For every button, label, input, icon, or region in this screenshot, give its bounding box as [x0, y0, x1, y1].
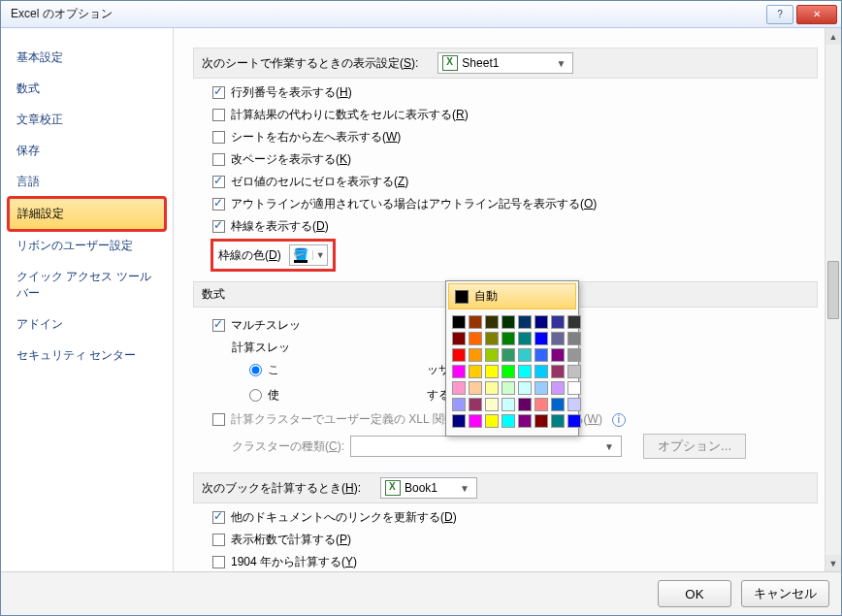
color-swatch[interactable]	[534, 348, 548, 362]
cancel-button[interactable]: キャンセル	[741, 580, 829, 607]
color-swatch[interactable]	[469, 365, 482, 378]
color-swatch[interactable]	[518, 365, 532, 378]
color-swatch[interactable]	[502, 365, 515, 378]
check-update-links: 他のドキュメントへのリンクを更新する(D)	[212, 509, 818, 526]
label: 1904 年から計算する(Y)	[231, 554, 357, 570]
check-1904-box[interactable]	[212, 556, 225, 568]
color-swatch[interactable]	[567, 381, 581, 395]
color-swatch[interactable]	[518, 398, 532, 411]
color-swatch[interactable]	[551, 414, 565, 428]
check-row-headings-box[interactable]	[212, 86, 225, 99]
color-swatch[interactable]	[502, 315, 515, 329]
gridline-color-button[interactable]: 🪣 ▼	[289, 244, 328, 266]
sheet-select[interactable]: Sheet1 ▼	[437, 52, 573, 74]
check-update-links-box[interactable]	[212, 511, 225, 524]
color-swatch[interactable]	[502, 381, 515, 395]
scroll-up-icon[interactable]: ▲	[826, 28, 841, 45]
cluster-type-label: クラスターの種類(C):	[232, 438, 344, 455]
help-button[interactable]: ?	[766, 5, 793, 24]
color-swatch[interactable]	[469, 315, 482, 329]
color-swatch[interactable]	[452, 398, 466, 411]
ok-button[interactable]: OK	[658, 580, 731, 607]
color-swatch[interactable]	[485, 348, 499, 362]
color-swatch[interactable]	[518, 315, 532, 329]
color-swatch[interactable]	[551, 398, 565, 411]
color-swatch[interactable]	[452, 414, 466, 428]
sidebar-item-basic[interactable]: 基本設定	[9, 43, 165, 73]
check-row-formulas: 計算結果の代わりに数式をセルに表示する(R)	[212, 107, 818, 123]
color-swatch[interactable]	[502, 348, 515, 362]
check-row-pagebreaks-box[interactable]	[212, 153, 225, 166]
color-swatch[interactable]	[534, 381, 548, 395]
color-swatch[interactable]	[469, 381, 482, 395]
color-swatch[interactable]	[567, 315, 581, 329]
color-swatch[interactable]	[452, 332, 466, 345]
check-precision-box[interactable]	[212, 534, 225, 546]
color-swatch[interactable]	[518, 381, 532, 395]
color-swatch[interactable]	[551, 381, 565, 395]
color-swatch[interactable]	[551, 332, 565, 345]
sidebar-item-trust[interactable]: セキュリティ センター	[9, 340, 165, 371]
color-swatch[interactable]	[485, 381, 499, 395]
scroll-down-icon[interactable]: ▼	[826, 555, 841, 571]
color-swatch[interactable]	[534, 332, 548, 345]
color-swatch[interactable]	[469, 348, 482, 362]
color-swatch[interactable]	[452, 315, 466, 329]
color-swatch[interactable]	[551, 348, 565, 362]
color-swatch[interactable]	[534, 365, 548, 378]
color-swatch[interactable]	[518, 348, 532, 362]
sidebar-item-language[interactable]: 言語	[9, 167, 165, 197]
color-swatch[interactable]	[485, 414, 499, 428]
color-swatch[interactable]	[534, 414, 548, 428]
color-swatch[interactable]	[551, 365, 565, 378]
color-swatch[interactable]	[469, 414, 482, 428]
color-swatch[interactable]	[485, 315, 499, 329]
check-row-rtl-box[interactable]	[212, 131, 225, 144]
check-row-gridlines-box[interactable]	[212, 220, 225, 233]
color-swatch[interactable]	[485, 365, 499, 378]
color-swatch[interactable]	[502, 414, 515, 428]
radio-manual-count[interactable]	[249, 389, 262, 402]
color-swatch[interactable]	[534, 315, 548, 329]
color-auto-row[interactable]: 自動	[448, 283, 576, 309]
color-swatch[interactable]	[551, 315, 565, 329]
sidebar-item-formula[interactable]: 数式	[9, 74, 165, 104]
scroll-thumb[interactable]	[827, 261, 839, 319]
color-swatch[interactable]	[502, 332, 515, 345]
multithread-check[interactable]	[212, 319, 225, 332]
color-swatch[interactable]	[567, 414, 581, 428]
color-swatch[interactable]	[452, 348, 466, 362]
color-swatch[interactable]	[518, 414, 532, 428]
sidebar-item-ribbon[interactable]: リボンのユーザー設定	[9, 231, 165, 261]
color-swatch[interactable]	[469, 398, 482, 411]
color-swatch[interactable]	[567, 365, 581, 378]
sidebar-item-qat[interactable]: クイック アクセス ツール バー	[9, 262, 165, 308]
t: )	[465, 108, 469, 121]
color-swatch[interactable]	[534, 398, 548, 411]
color-swatch[interactable]	[502, 398, 515, 411]
color-swatch[interactable]	[485, 332, 499, 345]
color-swatch[interactable]	[485, 398, 499, 411]
check-row-outline-box[interactable]	[212, 198, 225, 211]
color-swatch[interactable]	[469, 332, 482, 345]
color-swatch[interactable]	[567, 398, 581, 411]
label: 計算結果の代わりに数式をセルに表示する(R)	[231, 107, 469, 123]
check-row-formulas-box[interactable]	[212, 109, 225, 121]
sidebar-item-proofing[interactable]: 文章校正	[9, 105, 165, 135]
color-swatch[interactable]	[452, 365, 466, 378]
color-swatch[interactable]	[567, 348, 581, 362]
color-swatch[interactable]	[567, 332, 581, 345]
color-swatch[interactable]	[518, 332, 532, 345]
sidebar-item-save[interactable]: 保存	[9, 136, 165, 166]
check-row-zeros-box[interactable]	[212, 176, 225, 188]
info-icon[interactable]: i	[612, 413, 626, 427]
color-swatch[interactable]	[452, 381, 466, 395]
radio-all-processors[interactable]	[249, 364, 262, 376]
book-select[interactable]: Book1 ▼	[380, 477, 477, 499]
excel-sheet-icon	[442, 55, 458, 71]
sidebar-item-advanced[interactable]: 詳細設定	[9, 198, 165, 230]
sidebar-item-addins[interactable]: アドイン	[9, 309, 165, 340]
vertical-scrollbar[interactable]: ▲ ▼	[825, 28, 841, 571]
t: ):	[411, 56, 418, 70]
close-button[interactable]: ✕	[796, 5, 837, 24]
